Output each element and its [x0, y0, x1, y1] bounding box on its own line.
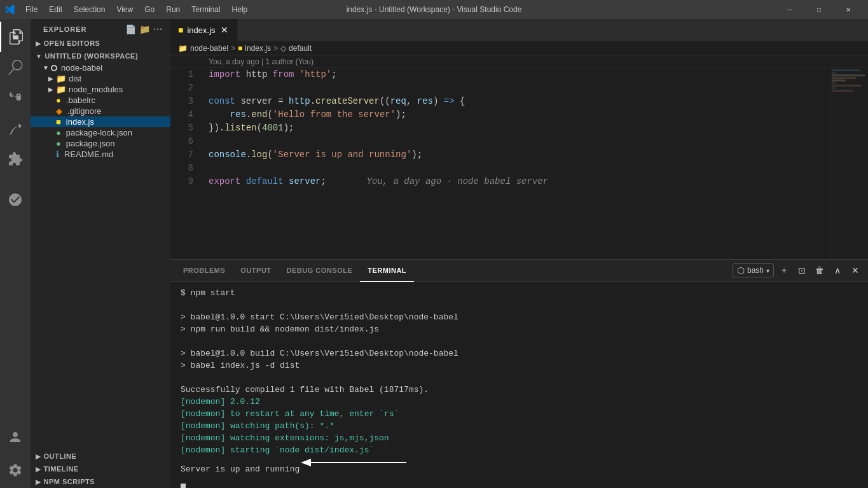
- panel-area: PROBLEMS OUTPUT DEBUG CONSOLE TERMINAL ⬡…: [170, 259, 868, 488]
- breadcrumb: 📁 node-babel > ■ index.js > ◇ default: [170, 41, 868, 55]
- tree-item-dist[interactable]: ▶ 📁 dist: [31, 73, 170, 84]
- outline-section[interactable]: ▶ OUTLINE: [31, 450, 170, 463]
- npm-scripts-label: NPM SCRIPTS: [44, 478, 95, 485]
- bash-dropdown-icon[interactable]: ▾: [766, 267, 769, 274]
- editor-area: ■ index.js ✕ 📁 node-babel > ■ index.js >…: [170, 19, 868, 488]
- open-editors-label: OPEN EDITORS: [44, 39, 100, 47]
- tree-item-indexjs[interactable]: ■ index.js: [31, 116, 170, 127]
- tree-item-gitignore[interactable]: ◆ .gitignore: [31, 106, 170, 116]
- tree-item-readme[interactable]: ℹ README.md: [31, 149, 170, 160]
- node-babel-circle-icon: [51, 65, 57, 71]
- dist-folder-icon: 📁: [56, 74, 66, 83]
- panel-expand-button[interactable]: ∧: [830, 263, 845, 278]
- menu-edit[interactable]: Edit: [44, 4, 67, 15]
- tab-close-button[interactable]: ✕: [219, 25, 230, 35]
- dist-arrow: ▶: [46, 75, 56, 82]
- window-title: index.js - Untitled (Workspace) - Visual…: [347, 5, 522, 14]
- activity-settings[interactable]: [0, 455, 31, 485]
- tab-output[interactable]: OUTPUT: [233, 260, 279, 282]
- tab-indexjs[interactable]: ■ index.js ✕: [170, 19, 238, 41]
- npm-scripts-section[interactable]: ▶ NPM SCRIPTS: [31, 475, 170, 488]
- tree-item-node-babel[interactable]: ▼ node-babel: [31, 62, 170, 73]
- code-line-8: [209, 162, 830, 175]
- tab-debug-console[interactable]: DEBUG CONSOLE: [279, 260, 361, 282]
- menu-view[interactable]: View: [111, 4, 138, 15]
- tree-item-node-modules[interactable]: ▶ 📁 node_modules: [31, 84, 170, 95]
- more-actions-icon[interactable]: ···: [153, 24, 163, 34]
- activity-explorer[interactable]: [0, 22, 31, 52]
- readme-icon: ℹ: [56, 150, 59, 159]
- timeline-section[interactable]: ▶ TIMELINE: [31, 463, 170, 475]
- open-editors-section[interactable]: ▶ OPEN EDITORS: [31, 37, 170, 50]
- breadcrumb-workspace[interactable]: node-babel: [190, 44, 228, 53]
- terminal-line-7: > babel index.js -d dist: [181, 359, 858, 372]
- terminal-line-10: [nodemon] 2.0.12: [181, 396, 858, 408]
- tab-indexjs-label: index.js: [187, 25, 215, 35]
- sidebar-header: Explorer 📄 📁 ···: [31, 19, 170, 37]
- node-modules-label: node_modules: [69, 85, 123, 94]
- trash-button[interactable]: 🗑: [812, 263, 827, 278]
- menu-selection[interactable]: Selection: [69, 4, 110, 15]
- panel-tabs-left: PROBLEMS OUTPUT DEBUG CONSOLE TERMINAL: [176, 260, 414, 282]
- bash-icon: ⬡: [737, 265, 745, 275]
- minimize-button[interactable]: ─: [775, 0, 804, 19]
- settings-icon: [8, 463, 23, 478]
- split-terminal-button[interactable]: ⊡: [794, 263, 809, 278]
- packagelock-icon: ●: [56, 128, 61, 137]
- menu-file[interactable]: File: [20, 4, 43, 15]
- activity-remote[interactable]: [0, 185, 31, 215]
- menu-run[interactable]: Run: [161, 4, 185, 15]
- node-modules-arrow: ▶: [46, 86, 56, 93]
- tabs-bar: ■ index.js ✕: [170, 19, 868, 41]
- menu-help[interactable]: Help: [227, 4, 253, 15]
- workspace-section[interactable]: ▼ UNTITLED (WORKSPACE): [31, 50, 170, 62]
- tab-problems[interactable]: PROBLEMS: [176, 260, 233, 282]
- terminal-line-14: [nodemon] starting `node dist/index.js`: [181, 444, 858, 456]
- code-line-7: console.log('Server is up and running');: [209, 148, 830, 162]
- code-line-6: [209, 135, 830, 148]
- extensions-icon: [8, 151, 23, 167]
- remote-icon: [8, 192, 23, 207]
- menu-go[interactable]: Go: [139, 4, 160, 15]
- tree-item-packagejson[interactable]: ● package.json: [31, 138, 170, 149]
- activity-source-control[interactable]: [0, 83, 31, 113]
- open-editors-arrow: ▶: [36, 40, 41, 47]
- terminal-line-blank2: [181, 335, 858, 347]
- tab-terminal[interactable]: TERMINAL: [360, 260, 414, 282]
- terminal-line-6: > babel@1.0.0 build C:\Users\Veri5ied\De…: [181, 347, 858, 359]
- outline-label: OUTLINE: [44, 452, 77, 460]
- activity-extensions[interactable]: [0, 144, 31, 174]
- sidebar-title: Explorer: [43, 25, 87, 33]
- indexjs-icon: ■: [56, 117, 61, 127]
- terminal-cursor-line: [181, 482, 858, 488]
- panel-tabs: PROBLEMS OUTPUT DEBUG CONSOLE TERMINAL ⬡…: [170, 260, 868, 282]
- terminal[interactable]: $ npm start > babel@1.0.0 start C:\Users…: [170, 282, 868, 488]
- add-terminal-button[interactable]: ＋: [776, 263, 792, 278]
- sidebar-header-actions: 📄 📁 ···: [125, 24, 163, 34]
- panel-close-button[interactable]: ✕: [848, 263, 863, 278]
- minimap: [830, 68, 868, 259]
- arrow-annotation-svg: [305, 456, 432, 482]
- titlebar: File Edit Selection View Go Run Terminal…: [0, 0, 868, 19]
- node-babel-label: node-babel: [61, 63, 102, 73]
- breadcrumb-file[interactable]: index.js: [245, 44, 271, 53]
- activity-search[interactable]: [0, 52, 31, 83]
- maximize-button[interactable]: □: [804, 0, 834, 19]
- code-line-4: res.end('Hello from the server');: [209, 108, 830, 122]
- tree-item-babelrc[interactable]: ● .babelrc: [31, 95, 170, 106]
- activity-run-debug[interactable]: [0, 113, 31, 144]
- breadcrumb-symbol[interactable]: default: [289, 44, 312, 53]
- close-button[interactable]: ✕: [834, 0, 863, 19]
- code-editor[interactable]: 1 2 3 4 5 6 7 8 9 import http from 'http…: [170, 68, 868, 259]
- activity-accounts[interactable]: [0, 422, 31, 452]
- new-folder-icon[interactable]: 📁: [139, 24, 151, 34]
- terminal-line-4: > npm run build && nodemon dist/index.js: [181, 323, 858, 335]
- tree-item-packagelockjson[interactable]: ● package-lock.json: [31, 127, 170, 138]
- new-file-icon[interactable]: 📄: [125, 24, 137, 34]
- code-content[interactable]: import http from 'http'; const server = …: [202, 68, 830, 259]
- terminal-line-3: > babel@1.0.0 start C:\Users\Veri5ied\De…: [181, 311, 858, 323]
- babelrc-label: .babelrc: [66, 95, 95, 105]
- terminal-line-blank1: [181, 299, 858, 311]
- menu-terminal[interactable]: Terminal: [186, 4, 225, 15]
- terminal-line-15: Server is up and running: [181, 456, 858, 482]
